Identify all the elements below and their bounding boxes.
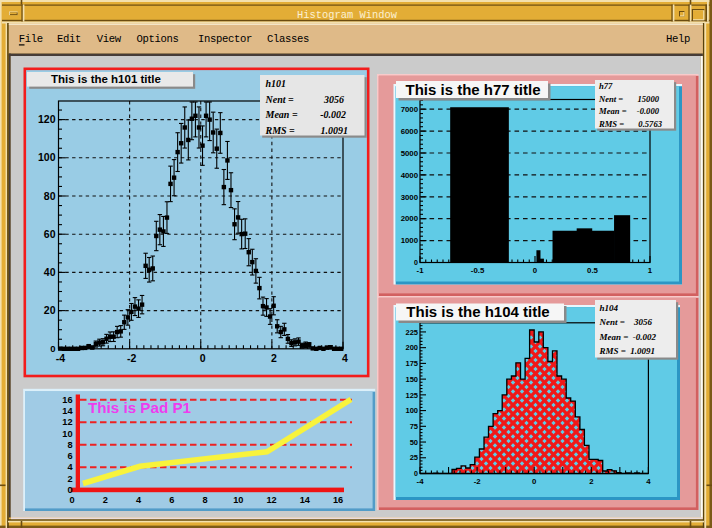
svg-text:0: 0: [50, 343, 55, 354]
svg-text:0.5: 0.5: [587, 266, 599, 275]
svg-text:1000: 1000: [401, 236, 419, 245]
svg-text:Inspector: Inspector: [198, 33, 252, 45]
svg-text:2: 2: [271, 352, 277, 364]
svg-text:50: 50: [410, 438, 418, 447]
svg-text:0: 0: [67, 485, 72, 495]
svg-text:RMS =: RMS =: [599, 346, 626, 356]
svg-text:This is the h101 title: This is the h101 title: [51, 73, 161, 85]
svg-text:-2: -2: [474, 477, 482, 486]
svg-text:3056: 3056: [323, 94, 344, 105]
svg-text:0: 0: [200, 352, 206, 364]
svg-text:6: 6: [169, 495, 174, 505]
svg-text:h104: h104: [600, 303, 619, 313]
svg-text:Mean =: Mean =: [599, 332, 629, 342]
svg-text:5000: 5000: [401, 149, 419, 158]
svg-text:20: 20: [44, 304, 56, 316]
svg-text:This is the h77 title: This is the h77 title: [405, 81, 540, 98]
svg-text:Options: Options: [136, 33, 178, 45]
svg-text:Histogram Window: Histogram Window: [297, 9, 398, 21]
svg-text:120: 120: [38, 113, 56, 125]
svg-text:This is Pad P1: This is Pad P1: [88, 399, 192, 416]
svg-text:40: 40: [44, 266, 56, 278]
svg-text:4: 4: [67, 462, 73, 472]
svg-text:10: 10: [233, 495, 243, 505]
svg-text:175: 175: [405, 359, 418, 368]
svg-text:60: 60: [44, 228, 56, 240]
svg-text:0: 0: [532, 477, 537, 486]
svg-text:200: 200: [405, 343, 418, 352]
svg-text:-2: -2: [127, 352, 136, 364]
svg-text:1.0091: 1.0091: [630, 346, 655, 356]
svg-text:125: 125: [405, 391, 418, 400]
svg-text:Mean =: Mean =: [265, 109, 298, 120]
svg-text:-0.002: -0.002: [633, 332, 657, 342]
svg-text:-0.002: -0.002: [320, 109, 346, 120]
svg-text:2: 2: [589, 477, 594, 486]
svg-text:225: 225: [405, 328, 418, 337]
svg-text:4: 4: [136, 495, 142, 505]
svg-text:Help: Help: [666, 33, 690, 45]
svg-text:0: 0: [70, 495, 75, 505]
svg-text:8: 8: [67, 440, 72, 450]
svg-text:h77: h77: [599, 81, 613, 91]
svg-text:100: 100: [38, 151, 56, 163]
svg-text:Nent =: Nent =: [598, 94, 623, 104]
svg-text:14: 14: [62, 406, 73, 416]
svg-text:2: 2: [67, 474, 72, 484]
svg-text:-1: -1: [417, 266, 425, 275]
svg-text:15000: 15000: [638, 94, 660, 104]
svg-text:Mean =: Mean =: [598, 106, 627, 116]
svg-text:16: 16: [62, 395, 72, 405]
svg-text:3056: 3056: [633, 317, 653, 327]
svg-text:4: 4: [342, 352, 348, 364]
svg-text:View: View: [97, 33, 122, 45]
svg-text:4: 4: [646, 477, 651, 486]
svg-text:This is the h104 title: This is the h104 title: [406, 303, 549, 320]
svg-text:Nent =: Nent =: [599, 317, 625, 327]
svg-text:File: File: [19, 33, 43, 45]
svg-text:25: 25: [410, 453, 418, 462]
svg-text:14: 14: [300, 495, 311, 505]
svg-text:6: 6: [67, 451, 72, 461]
svg-text:Classes: Classes: [267, 33, 309, 45]
svg-text:16: 16: [333, 495, 343, 505]
svg-text:-0.5: -0.5: [471, 266, 485, 275]
svg-text:100: 100: [405, 406, 418, 415]
svg-text:6000: 6000: [401, 127, 419, 136]
svg-text:7000: 7000: [401, 105, 419, 114]
svg-text:h101: h101: [266, 78, 287, 89]
svg-text:10: 10: [62, 429, 72, 439]
svg-text:Nent =: Nent =: [265, 94, 295, 105]
svg-text:2: 2: [103, 495, 108, 505]
svg-text:12: 12: [62, 417, 72, 427]
svg-text:3000: 3000: [401, 193, 419, 202]
svg-text:RMS =: RMS =: [598, 119, 624, 129]
svg-text:-4: -4: [56, 352, 65, 364]
svg-text:12: 12: [266, 495, 276, 505]
svg-text:150: 150: [405, 375, 418, 384]
svg-text:8: 8: [202, 495, 207, 505]
svg-text:1: 1: [648, 266, 653, 275]
svg-text:-0.000: -0.000: [637, 106, 660, 116]
svg-text:4000: 4000: [401, 171, 419, 180]
svg-text:Edit: Edit: [57, 33, 81, 45]
svg-text:80: 80: [44, 190, 56, 202]
svg-text:1.0091: 1.0091: [321, 125, 349, 136]
svg-text:75: 75: [410, 422, 418, 431]
svg-text:0.5763: 0.5763: [638, 119, 662, 129]
svg-text:2000: 2000: [401, 214, 419, 223]
svg-text:-4: -4: [417, 477, 425, 486]
svg-text:RMS =: RMS =: [265, 125, 296, 136]
svg-text:0: 0: [533, 266, 538, 275]
